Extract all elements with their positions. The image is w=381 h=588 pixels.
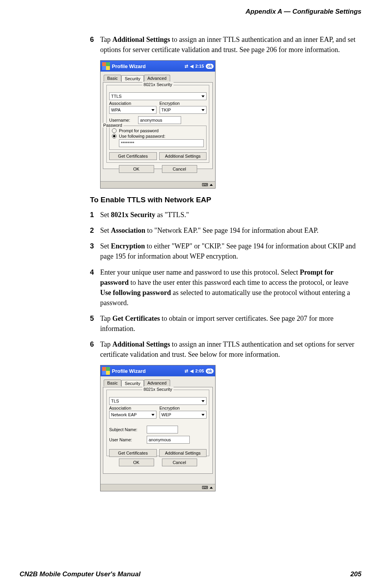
association-dropdown[interactable]: WPA bbox=[109, 106, 156, 114]
username-label: Username: bbox=[109, 118, 136, 122]
step-number: 3 bbox=[90, 241, 100, 261]
t: as "TTLS." bbox=[155, 211, 189, 219]
radio-prompt-label: Prompt for password bbox=[119, 128, 158, 133]
get-certificates-button[interactable]: Get Certificates bbox=[109, 449, 157, 457]
volume-icon[interactable]: ◀ bbox=[190, 64, 193, 69]
step-text: Tap Additional Settings to assign an inn… bbox=[100, 34, 359, 55]
subject-name-label: Subject Name: bbox=[109, 427, 144, 432]
dropdown-value: WEP bbox=[162, 412, 171, 417]
sip-bar: ⌨ bbox=[101, 181, 215, 188]
encryption-label: Encryption bbox=[160, 101, 207, 106]
association-label: Association bbox=[109, 406, 156, 410]
pda-body: Basic Security Advanced 8021x Security T… bbox=[101, 72, 215, 181]
get-certificates-button[interactable]: Get Certificates bbox=[109, 152, 157, 160]
chevron-down-icon bbox=[151, 414, 155, 416]
pda-screenshot-2: Profile Wizard ⇄ ◀ 2:05 ok Basic Securit… bbox=[100, 365, 216, 491]
tab-advanced[interactable]: Advanced bbox=[144, 75, 170, 81]
step-4: 4 Enter your unique user name and passwo… bbox=[90, 267, 359, 308]
tab-advanced[interactable]: Advanced bbox=[144, 379, 170, 386]
tabs: Basic Security Advanced bbox=[104, 75, 213, 81]
start-icon[interactable] bbox=[102, 367, 110, 375]
t: to have the user enter this password eac… bbox=[129, 279, 349, 286]
chevron-down-icon bbox=[201, 400, 205, 402]
footer-page-number: 205 bbox=[350, 570, 361, 578]
password-field[interactable]: ******** bbox=[119, 139, 204, 147]
step-5: 5 Tap Get Certificates to obtain or impo… bbox=[90, 313, 359, 334]
step-number: 1 bbox=[90, 210, 100, 220]
step-text: Set Encryption to either "WEP" or "CKIP.… bbox=[100, 241, 359, 261]
encryption-dropdown[interactable]: TKIP bbox=[160, 106, 207, 114]
t-bold: Additional Settings bbox=[112, 340, 170, 348]
password-group: Password Prompt for password Use followi… bbox=[109, 126, 207, 150]
username-field[interactable]: anonymous bbox=[138, 116, 181, 124]
tab-basic[interactable]: Basic bbox=[104, 379, 121, 386]
clock-text: 2:05 bbox=[195, 369, 204, 373]
step-2: 2 Set Association to "Network EAP." See … bbox=[90, 225, 359, 236]
radio-use-following[interactable] bbox=[112, 134, 117, 138]
additional-settings-button[interactable]: Additional Settings bbox=[159, 449, 207, 457]
ok-button[interactable]: ok bbox=[206, 369, 214, 374]
tabs: Basic Security Advanced bbox=[104, 379, 213, 386]
pda-titlebar: Profile Wizard ⇄ ◀ 2:05 ok bbox=[101, 365, 215, 376]
step-number: 4 bbox=[90, 267, 100, 308]
step-text: Tap Get Certificates to obtain or import… bbox=[100, 313, 359, 334]
security-dropdown[interactable]: TLS bbox=[109, 397, 207, 405]
step-6-top: 6 Tap Additional Settings to assign an i… bbox=[90, 34, 359, 55]
group-legend: 8021x Security bbox=[142, 82, 174, 87]
ok-button[interactable]: OK bbox=[119, 165, 154, 173]
step-3: 3 Set Encryption to either "WEP" or "CKI… bbox=[90, 241, 359, 261]
ok-button[interactable]: ok bbox=[206, 64, 214, 69]
step-text: Enter your unique user name and password… bbox=[100, 267, 359, 308]
radio-prompt[interactable] bbox=[112, 128, 117, 133]
cancel-button[interactable]: Cancel bbox=[162, 165, 197, 173]
step-text: Set Association to "Network EAP." See pa… bbox=[100, 225, 359, 236]
chevron-down-icon bbox=[151, 109, 155, 111]
dropdown-value: WPA bbox=[111, 108, 120, 112]
page-header: Appendix A — Configurable Settings bbox=[20, 8, 361, 16]
additional-settings-button[interactable]: Additional Settings bbox=[159, 152, 207, 160]
clock-text: 2:15 bbox=[195, 64, 204, 68]
t: Set bbox=[100, 227, 111, 234]
start-icon[interactable] bbox=[102, 62, 110, 70]
connectivity-icon[interactable]: ⇄ bbox=[185, 64, 188, 69]
volume-icon[interactable]: ◀ bbox=[190, 369, 193, 374]
sip-arrow-icon[interactable] bbox=[210, 184, 213, 186]
connectivity-icon[interactable]: ⇄ bbox=[185, 369, 188, 374]
keyboard-icon[interactable]: ⌨ bbox=[202, 182, 208, 187]
user-name-field[interactable]: anonymous bbox=[147, 436, 190, 444]
step-number: 6 bbox=[90, 34, 100, 55]
encryption-label: Encryption bbox=[160, 406, 207, 410]
group-legend: 8021x Security bbox=[142, 387, 174, 392]
tab-basic[interactable]: Basic bbox=[104, 75, 121, 81]
step-text: Tap Additional Settings to assign an inn… bbox=[100, 339, 359, 360]
password-legend: Password bbox=[102, 123, 124, 128]
t-bold: 8021x Security bbox=[111, 211, 155, 219]
t-bold: Additional Settings bbox=[112, 36, 170, 43]
t-bold: Get Certificates bbox=[112, 315, 160, 322]
t: to "Network EAP." See page 194 for infor… bbox=[146, 227, 319, 234]
chevron-down-icon bbox=[201, 414, 205, 416]
association-label: Association bbox=[109, 101, 156, 106]
step-number: 5 bbox=[90, 313, 100, 334]
tab-security[interactable]: Security bbox=[121, 380, 144, 387]
keyboard-icon[interactable]: ⌨ bbox=[202, 485, 208, 490]
cancel-button[interactable]: Cancel bbox=[162, 459, 197, 466]
t-bold: Encryption bbox=[111, 242, 145, 250]
ok-button[interactable]: OK bbox=[119, 459, 154, 466]
t: Enter your unique user name and password… bbox=[100, 268, 300, 276]
chevron-down-icon bbox=[201, 109, 205, 111]
pda-screenshot-1: Profile Wizard ⇄ ◀ 2:15 ok Basic Securit… bbox=[100, 60, 216, 189]
t: Tap bbox=[100, 315, 112, 322]
encryption-dropdown[interactable]: WEP bbox=[160, 411, 207, 419]
subject-name-field[interactable] bbox=[147, 426, 178, 433]
t-bold: Association bbox=[111, 227, 146, 234]
dropdown-value: TTLS bbox=[111, 94, 122, 99]
security-dropdown[interactable]: TTLS bbox=[109, 92, 207, 100]
security-panel: 8021x Security TLS Association Network E… bbox=[103, 387, 213, 474]
tab-security[interactable]: Security bbox=[121, 75, 144, 82]
t: Tap bbox=[100, 340, 112, 348]
sip-arrow-icon[interactable] bbox=[210, 487, 213, 489]
sip-bar: ⌨ bbox=[101, 484, 215, 491]
section-heading: To Enable TTLS with Network EAP bbox=[90, 196, 359, 204]
association-dropdown[interactable]: Network EAP bbox=[109, 411, 156, 419]
